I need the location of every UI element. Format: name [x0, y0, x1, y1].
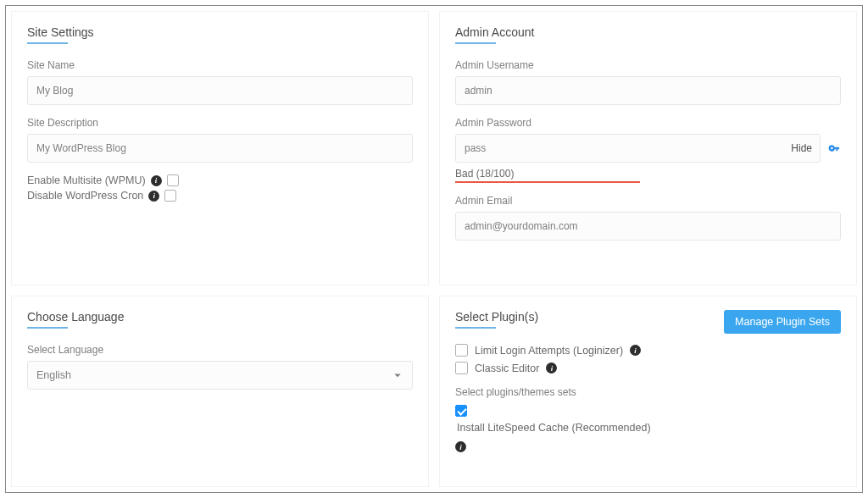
- admin-username-label: Admin Username: [455, 59, 841, 71]
- info-icon[interactable]: i: [546, 362, 557, 374]
- admin-email-label: Admin Email: [455, 195, 841, 207]
- plugin-label: Classic Editor: [475, 362, 539, 374]
- card-title-site-settings: Site Settings: [27, 25, 413, 39]
- plugin-checkbox-loginizer[interactable]: [455, 344, 468, 357]
- title-underline: [455, 327, 496, 329]
- site-description-label: Site Description: [27, 117, 413, 129]
- info-icon[interactable]: i: [630, 345, 641, 356]
- recommend-block: Install LiteSpeed Cache (Recommended) i: [455, 405, 841, 454]
- select-plugins-card: Select Plugin(s) Manage Plugin Sets Limi…: [439, 296, 857, 487]
- recommend-label: Install LiteSpeed Cache (Recommended): [457, 422, 841, 434]
- enable-multisite-row: Enable Multisite (WPMU) i: [27, 174, 413, 186]
- site-name-input[interactable]: [27, 76, 413, 105]
- disable-cron-checkbox[interactable]: [164, 190, 176, 202]
- admin-account-card: Admin Account Admin Username Admin Passw…: [439, 11, 857, 285]
- info-icon[interactable]: i: [151, 175, 162, 186]
- disable-cron-label: Disable WordPress Cron: [27, 190, 143, 202]
- admin-email-input[interactable]: [455, 212, 841, 241]
- admin-username-input[interactable]: [455, 76, 841, 105]
- enable-multisite-checkbox[interactable]: [167, 174, 179, 186]
- admin-password-row: Hide: [455, 134, 841, 163]
- select-language-label: Select Language: [27, 344, 413, 356]
- plugin-checkbox-classic-editor[interactable]: [455, 362, 468, 374]
- info-icon[interactable]: i: [148, 191, 159, 202]
- plugin-row-loginizer: Limit Login Attempts (Loginizer) i: [455, 344, 841, 357]
- title-underline: [27, 327, 68, 329]
- title-underline: [27, 42, 68, 44]
- site-description-input[interactable]: [27, 134, 413, 163]
- disable-cron-row: Disable WordPress Cron i: [27, 190, 413, 202]
- plugin-label: Limit Login Attempts (Loginizer): [475, 345, 623, 357]
- plugin-sets-label: Select plugins/themes sets: [455, 386, 841, 398]
- info-icon[interactable]: i: [455, 441, 466, 452]
- admin-password-input[interactable]: [455, 134, 821, 163]
- admin-password-label: Admin Password: [455, 117, 841, 129]
- card-title-language: Choose Language: [27, 310, 413, 324]
- language-select[interactable]: English: [27, 361, 413, 390]
- manage-plugin-sets-button[interactable]: Manage Plugin Sets: [724, 310, 841, 334]
- recommend-checkbox[interactable]: [455, 405, 467, 417]
- hide-password-toggle[interactable]: Hide: [791, 142, 812, 154]
- site-name-label: Site Name: [27, 59, 413, 71]
- choose-language-card: Choose Language Select Language English: [11, 296, 429, 487]
- password-strength-bar: [455, 181, 640, 183]
- card-title-admin-account: Admin Account: [455, 25, 841, 39]
- site-settings-card: Site Settings Site Name Site Description…: [11, 11, 429, 285]
- enable-multisite-label: Enable Multisite (WPMU): [27, 174, 146, 186]
- generate-password-icon[interactable]: [828, 142, 841, 155]
- title-underline: [455, 42, 496, 44]
- plugin-row-classic-editor: Classic Editor i: [455, 362, 841, 374]
- password-strength-text: Bad (18/100): [455, 168, 841, 180]
